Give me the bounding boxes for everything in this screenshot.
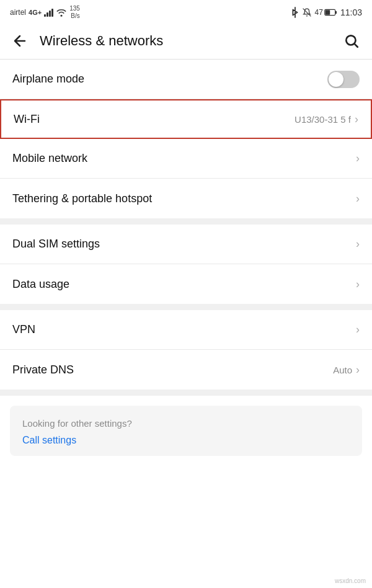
data-usage-left: Data usage [12,278,69,291]
dual-sim-chevron-icon: › [356,238,360,251]
status-bar: airtel 4G+ 135 B/s [0,0,372,22]
wifi-chevron-icon: › [355,113,358,126]
data-usage-chevron-icon: › [356,278,360,291]
tethering-chevron-icon: › [356,192,360,205]
back-arrow-icon [12,33,27,48]
mobile-network-right: › [356,152,360,165]
private-dns-item[interactable]: Private DNS Auto › [0,350,372,390]
dual-sim-title: Dual SIM settings [12,238,100,251]
svg-line-0 [303,9,311,17]
airplane-mode-toggle[interactable] [327,71,360,88]
settings-section-vpn: VPN › Private DNS Auto › [0,310,372,390]
vpn-right: › [356,323,360,336]
wifi-status-icon [56,8,67,17]
divider-1 [0,218,372,225]
search-icon [343,33,360,49]
airplane-mode-item[interactable]: Airplane mode [0,60,372,99]
wifi-value: U13/30-31 5 f [294,114,351,125]
tethering-right: › [356,192,360,205]
mobile-network-item[interactable]: Mobile network › [0,139,372,179]
private-dns-right: Auto › [333,363,360,376]
tethering-item[interactable]: Tethering & portable hotspot › [0,179,372,218]
settings-section-sim: Dual SIM settings › Data usage › [0,225,372,304]
time-label: 11:03 [340,7,362,17]
vpn-chevron-icon: › [356,323,360,336]
data-speed: 135 B/s [69,5,80,20]
private-dns-chevron-icon: › [356,363,360,376]
svg-rect-2 [335,11,337,14]
wifi-right: U13/30-31 5 f › [294,113,358,126]
page-title: Wireless & networks [40,33,163,49]
bottom-card-text: Looking for other settings? [22,418,350,429]
airplane-mode-title: Airplane mode [12,73,84,86]
watermark: wsxdn.com [335,577,366,584]
carrier-label: airtel [10,8,26,17]
app-bar-left: Wireless & networks [10,31,163,51]
mobile-network-title: Mobile network [12,152,87,165]
status-right: 47 11:03 [291,7,362,18]
dual-sim-right: › [356,238,360,251]
data-usage-right: › [356,278,360,291]
network-type-label: 4G+ [29,9,42,16]
airplane-mode-right [327,71,360,88]
vpn-title: VPN [12,323,35,336]
tethering-left: Tethering & portable hotspot [12,192,152,205]
dual-sim-item[interactable]: Dual SIM settings › [0,225,372,264]
bluetooth-icon [291,7,299,18]
vpn-item[interactable]: VPN › [0,310,372,350]
mobile-network-chevron-icon: › [356,152,360,165]
wifi-title: Wi-Fi [14,113,40,126]
divider-2 [0,304,372,310]
wifi-item[interactable]: Wi-Fi U13/30-31 5 f › [0,99,372,139]
app-bar: Wireless & networks [0,22,372,60]
status-left: airtel 4G+ 135 B/s [10,5,80,20]
airplane-mode-left: Airplane mode [12,73,84,86]
battery-indicator: 47 [315,8,337,17]
wifi-left: Wi-Fi [14,113,40,126]
private-dns-value: Auto [333,365,352,375]
notification-icon [303,7,311,17]
settings-section-main: Airplane mode Wi-Fi U13/30-31 5 f › Mobi… [0,60,372,218]
back-button[interactable] [10,31,30,51]
private-dns-left: Private DNS [12,363,74,376]
mobile-network-left: Mobile network [12,152,87,165]
divider-3 [0,390,372,396]
private-dns-title: Private DNS [12,363,74,376]
dual-sim-left: Dual SIM settings [12,238,100,251]
vpn-left: VPN [12,323,35,336]
search-button[interactable] [341,30,362,51]
data-usage-title: Data usage [12,278,69,291]
bottom-card: Looking for other settings? Call setting… [10,406,362,456]
signal-bars-icon [44,8,53,17]
call-settings-link[interactable]: Call settings [22,435,76,445]
tethering-title: Tethering & portable hotspot [12,192,152,205]
data-usage-item[interactable]: Data usage › [0,264,372,304]
svg-rect-3 [325,10,330,15]
